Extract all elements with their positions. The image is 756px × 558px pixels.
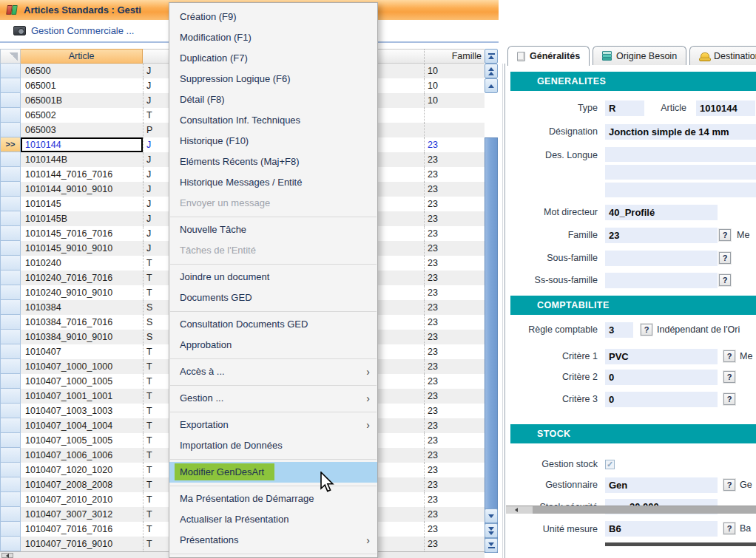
tab-destination[interactable]: Destination: [689, 46, 756, 65]
scrollbar-thumb[interactable]: [485, 137, 498, 553]
menu-item-historique-f10[interactable]: Historique (F10): [169, 131, 377, 152]
menu-item-gestion[interactable]: Gestion ...›: [169, 388, 377, 409]
row-header-cell[interactable]: [0, 315, 21, 330]
famille-cell[interactable]: 10: [424, 93, 485, 108]
critere1-field[interactable]: PVC: [605, 349, 718, 364]
famille-cell[interactable]: 23: [424, 211, 485, 226]
famille-cell[interactable]: 23: [424, 463, 485, 477]
designation-field[interactable]: Jonction simple de 14 mm: [605, 124, 756, 140]
taskbar-item-gestion-commerciale[interactable]: Gestion Commerciale ...: [31, 25, 134, 36]
article-cell[interactable]: 1010407_1000_1005: [21, 374, 143, 389]
famille-cell[interactable]: 23: [424, 492, 485, 507]
menu-item-cr-ation-f9[interactable]: Création (F9): [169, 7, 377, 27]
famille-cell[interactable]: 23: [424, 389, 485, 404]
row-header-cell[interactable]: [0, 359, 21, 374]
tab-generalites[interactable]: Généralités: [507, 46, 590, 66]
tab-origine-besoin[interactable]: Origine Besoin: [593, 46, 686, 65]
article-cell[interactable]: 1010384_9010_9010: [21, 330, 143, 344]
famille-cell[interactable]: 23: [424, 507, 485, 522]
article-cell[interactable]: 1010407_3007_3012: [21, 507, 143, 522]
unite-mesure-field[interactable]: B6: [605, 521, 718, 537]
panel-horizontal-scrollbar[interactable]: [506, 506, 756, 514]
row-header-cell[interactable]: >>: [0, 137, 21, 152]
row-header-cell[interactable]: [0, 330, 21, 344]
famille-cell[interactable]: 23: [424, 167, 485, 182]
article-cell[interactable]: 1010407_7016_9010: [21, 537, 143, 551]
row-header-cell[interactable]: [0, 211, 21, 226]
article-cell[interactable]: 1010407_1004_1004: [21, 418, 143, 433]
article-cell[interactable]: 1010144_9010_9010: [21, 182, 143, 197]
row-header-cell[interactable]: [0, 463, 21, 477]
famille-cell[interactable]: 23: [424, 344, 485, 359]
famille-cell[interactable]: 23: [424, 330, 485, 344]
row-header-cell[interactable]: [0, 404, 21, 418]
article-cell[interactable]: 1010407_1005_1005: [21, 433, 143, 448]
sous-famille-help-button[interactable]: ?: [719, 252, 731, 264]
article-cell[interactable]: 1010240_7016_7016: [21, 271, 143, 285]
scroll-left-button[interactable]: [1, 553, 13, 558]
famille-cell[interactable]: 23: [424, 433, 485, 448]
menu-item-d-tail-f8[interactable]: Détail (F8): [169, 89, 377, 110]
article-field[interactable]: 1010144: [696, 101, 755, 116]
regle-comptable-field[interactable]: 3: [605, 322, 633, 338]
row-header-cell[interactable]: [0, 507, 21, 522]
famille-cell[interactable]: 23: [424, 182, 485, 197]
scroll-down-button[interactable]: [485, 508, 498, 523]
unite-mesure-help-button[interactable]: ?: [723, 523, 735, 534]
famille-cell[interactable]: 23: [424, 522, 485, 537]
menu-item-el-ments-r-cents-maj-f8[interactable]: Eléments Récents (Maj+F8): [169, 152, 377, 172]
row-header-cell[interactable]: [0, 433, 21, 448]
row-header-cell[interactable]: [0, 374, 21, 389]
row-header-cell[interactable]: [0, 182, 21, 197]
column-header-article[interactable]: Article: [21, 49, 143, 64]
critere3-help-button[interactable]: ?: [723, 393, 735, 405]
menu-item-exportation[interactable]: Exportation›: [169, 415, 377, 435]
type-field[interactable]: R: [605, 101, 644, 116]
famille-cell[interactable]: 23: [424, 137, 485, 152]
article-cell[interactable]: 1010145_9010_9010: [21, 241, 143, 256]
article-cell[interactable]: 065001: [21, 78, 143, 93]
article-cell[interactable]: 06500: [21, 64, 143, 78]
menu-item-historique-messages-entit[interactable]: Historique Messages / Entité: [169, 172, 377, 193]
famille-cell[interactable]: 23: [424, 418, 485, 433]
famille-cell[interactable]: 23: [424, 241, 485, 256]
scroll-page-up-button[interactable]: [485, 64, 498, 78]
article-cell[interactable]: 1010407_1003_1003: [21, 404, 143, 418]
menu-item-joindre-un-document[interactable]: Joindre un document: [169, 267, 377, 287]
article-cell[interactable]: 1010384: [21, 300, 143, 315]
famille-cell[interactable]: 23: [424, 152, 485, 167]
famille-cell[interactable]: 10: [424, 78, 485, 93]
row-header-cell[interactable]: [0, 108, 21, 123]
article-cell[interactable]: 1010145_7016_7016: [21, 226, 143, 241]
mot-directeur-field[interactable]: 40_Profilé: [605, 205, 718, 220]
sous-famille-field[interactable]: [605, 251, 718, 266]
ss-sous-famille-field[interactable]: [605, 273, 718, 288]
article-cell[interactable]: 1010384_7016_7016: [21, 315, 143, 330]
scroll-page-down-button[interactable]: [485, 523, 498, 538]
row-header-cell[interactable]: [0, 64, 21, 78]
article-cell[interactable]: 1010240: [21, 256, 143, 271]
article-cell[interactable]: 1010407_1001_1001: [21, 389, 143, 404]
critere3-field[interactable]: 0: [605, 392, 718, 407]
famille-cell[interactable]: 23: [424, 315, 485, 330]
critere2-help-button[interactable]: ?: [723, 371, 735, 383]
article-cell[interactable]: 1010407_1006_1006: [21, 448, 143, 463]
menu-item-approbation[interactable]: Approbation: [169, 335, 377, 355]
regle-comptable-help-button[interactable]: ?: [641, 324, 652, 336]
column-header-famille[interactable]: Famille: [424, 49, 485, 64]
scroll-to-bottom-button[interactable]: [485, 538, 498, 553]
menu-item-consultation-documents-ged[interactable]: Consultation Documents GED: [169, 314, 377, 335]
article-cell[interactable]: 1010407: [21, 344, 143, 359]
menu-item-suppression-logique-f6[interactable]: Suppression Logique (F6): [169, 69, 377, 89]
des-longue-field-2[interactable]: [605, 165, 756, 180]
menu-item-documents-ged[interactable]: Documents GED: [169, 287, 377, 308]
ss-sous-famille-help-button[interactable]: ?: [719, 274, 731, 286]
famille-cell[interactable]: 23: [424, 359, 485, 374]
menu-item-pr-sentations[interactable]: Présentations›: [169, 530, 377, 551]
row-header-cell[interactable]: [0, 522, 21, 537]
row-header-cell[interactable]: [0, 492, 21, 507]
form-scrollbar-thumb[interactable]: [605, 542, 756, 546]
menu-item-actualiser-la-pr-sentation[interactable]: Actualiser la Présentation: [169, 509, 377, 530]
scroll-up-button[interactable]: [485, 78, 498, 93]
row-header-cell[interactable]: [0, 93, 21, 108]
